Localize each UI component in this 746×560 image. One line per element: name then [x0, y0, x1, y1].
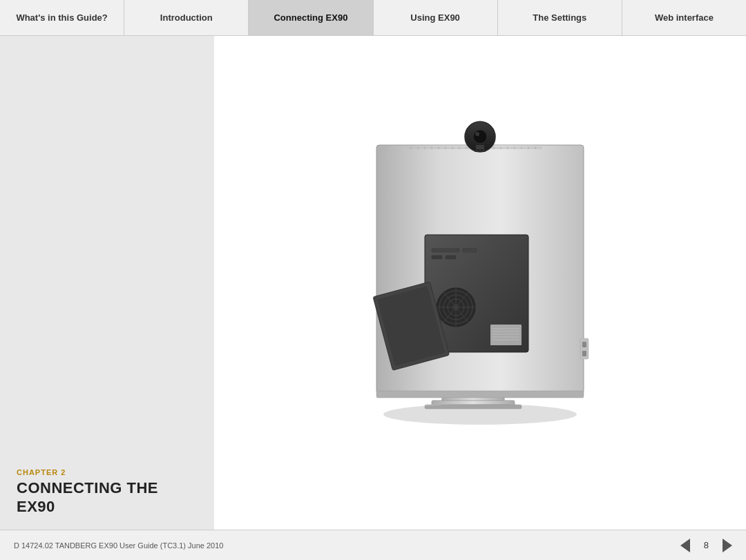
nav-connecting-ex90[interactable]: Connecting EX90: [249, 0, 373, 35]
nav-the-settings[interactable]: The Settings: [498, 0, 622, 35]
nav-introduction[interactable]: Introduction: [124, 0, 249, 35]
svg-rect-47: [582, 342, 586, 347]
right-panel: [214, 36, 746, 530]
left-panel: CHAPTER 2 CONNECTING THE EX90: [0, 36, 214, 530]
footer-navigation: 8: [680, 539, 732, 552]
footer-bar: D 14724.02 TANDBERG EX90 User Guide (TC3…: [0, 530, 746, 560]
svg-rect-45: [376, 391, 584, 398]
svg-rect-27: [432, 249, 459, 252]
svg-rect-28: [463, 249, 477, 252]
top-navigation: What's in this Guide? Introduction Conne…: [0, 0, 746, 36]
device-image: [335, 104, 625, 463]
next-page-button[interactable]: [723, 539, 732, 552]
svg-rect-49: [490, 325, 522, 345]
page-number: 8: [704, 540, 709, 550]
svg-point-22: [473, 130, 487, 144]
svg-point-23: [475, 132, 479, 136]
prev-page-button[interactable]: [680, 539, 690, 552]
chapter-label: CHAPTER 2: [17, 468, 198, 476]
chapter-title: CONNECTING THE EX90: [17, 479, 198, 516]
main-content: CHAPTER 2 CONNECTING THE EX90: [0, 36, 746, 530]
svg-rect-25: [475, 149, 486, 152]
nav-web-interface[interactable]: Web interface: [622, 0, 746, 35]
svg-point-55: [383, 404, 577, 425]
nav-whats-in-guide[interactable]: What's in this Guide?: [0, 0, 124, 35]
svg-rect-48: [582, 351, 586, 356]
svg-rect-30: [446, 255, 456, 259]
footer-document-info: D 14724.02 TANDBERG EX90 User Guide (TC3…: [14, 541, 223, 550]
svg-rect-29: [432, 255, 442, 259]
nav-using-ex90[interactable]: Using EX90: [374, 0, 498, 35]
